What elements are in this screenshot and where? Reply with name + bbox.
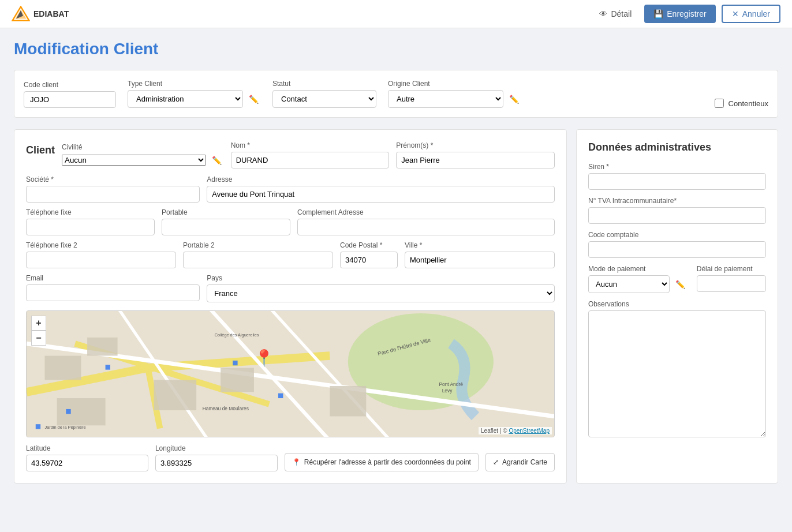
code-client-input[interactable] [24,91,116,108]
civilite-with-btn: Aucun M. Mme Dr ✏️ [62,153,224,167]
recup-adresse-button[interactable]: 📍 Récupérer l'adresse à partir des coord… [285,453,479,471]
complement-adresse-label: Complement Adresse [297,208,555,216]
nom-field: Nom * [231,141,390,168]
telephone-fixe2-input[interactable] [26,252,176,268]
complement-adresse-field: Complement Adresse [297,208,555,235]
svg-rect-21 [66,409,70,414]
svg-rect-20 [233,361,237,365]
ville-input[interactable] [405,252,555,268]
code-client-group: Code client [24,81,116,108]
delai-paiement-field: Délai de paiement [697,265,766,292]
admin-card: Données administratives Siren * N° TVA I… [576,129,778,484]
delai-paiement-label: Délai de paiement [697,265,766,273]
logo-icon [12,6,30,22]
svg-text:Jardin de la Pépinière: Jardin de la Pépinière [45,425,86,430]
ville-label: Ville * [405,241,555,249]
map-zoom-out-button[interactable]: − [31,331,46,346]
delai-paiement-input[interactable] [697,275,766,292]
agrandir-carte-button[interactable]: ⤢ Agrandir Carte [485,453,555,471]
adresse-field: Adresse [207,175,555,203]
statut-group: Statut Contact Prospect Client Inactif [272,80,376,108]
siren-input[interactable] [588,173,766,190]
origine-client-group: Origine Client Autre Bouche à oreille In… [388,80,521,108]
client-card-title: Client [26,144,55,156]
telephone-fixe2-label: Téléphone fixe 2 [26,241,176,249]
svg-rect-13 [45,355,81,380]
detail-button[interactable]: 👁 Détail [592,6,638,22]
statut-label: Statut [272,80,376,88]
main-content: Modification Client Code client Type Cli… [0,28,792,495]
type-client-label: Type Client [128,80,261,88]
email-label: Email [26,274,200,282]
code-comptable-input[interactable] [588,241,766,258]
email-pays-row: Email Pays France Belgique Suisse Espagn… [26,274,555,302]
observations-textarea[interactable] [588,310,766,437]
mode-paiement-edit-button[interactable]: ✏️ [673,278,688,291]
x-icon: ✕ [732,9,739,18]
statut-select[interactable]: Contact Prospect Client Inactif [272,90,376,108]
openstreetmap-link[interactable]: OpenStreetMap [509,428,550,434]
adresse-label: Adresse [207,175,555,183]
code-postal-label: Code Postal * [340,241,398,249]
complement-adresse-input[interactable] [297,219,555,235]
mode-paiement-select[interactable]: Aucun Virement Chèque Carte bancaire [588,275,670,293]
nom-input[interactable] [231,152,390,168]
telephone-fixe-label: Téléphone fixe [26,208,155,216]
pays-select[interactable]: France Belgique Suisse Espagne Italie [207,284,555,302]
adresse-input[interactable] [207,186,555,203]
longitude-input[interactable] [155,455,278,471]
prenom-input[interactable] [396,152,555,168]
admin-card-title: Données administratives [588,141,766,153]
portable-input[interactable] [162,219,290,235]
svg-text:Pont André: Pont André [439,381,463,387]
type-client-edit-button[interactable]: ✏️ [246,92,261,106]
location-icon: 📍 [292,458,301,466]
civilite-field-group: Civilité Aucun M. Mme Dr ✏️ [62,143,224,167]
paiement-section: Mode de paiement Aucun Virement Chèque C… [588,265,766,293]
contentieux-group: Contentieux [715,99,768,108]
civilite-select[interactable]: Aucun M. Mme Dr [62,155,206,166]
contentieux-checkbox[interactable] [715,99,724,108]
nom-label: Nom * [231,141,390,149]
telephone-fixe-field: Téléphone fixe [26,208,155,235]
societe-input[interactable] [26,186,200,203]
map-attribution: Leaflet | © OpenStreetMap [479,427,552,434]
ville-field: Ville * [405,241,555,268]
portable-label: Portable [162,208,290,216]
cancel-button[interactable]: ✕ Annuler [722,5,780,23]
expand-icon: ⤢ [493,458,499,466]
tel-complement-row: Téléphone fixe Portable Complement Adres… [26,208,555,235]
svg-rect-16 [154,380,197,411]
map-zoom-in-button[interactable]: + [31,316,46,331]
origine-client-edit-button[interactable]: ✏️ [507,92,521,106]
svg-text:Levy: Levy [442,388,453,394]
client-card: Client Civilité Aucun M. Mme Dr ✏️ [14,129,567,484]
portable2-field: Portable 2 [183,241,333,268]
mode-paiement-field: Mode de paiement Aucun Virement Chèque C… [588,265,688,293]
main-two-col: Client Civilité Aucun M. Mme Dr ✏️ [14,129,778,484]
portable2-label: Portable 2 [183,241,333,249]
email-input[interactable] [26,284,200,301]
logo: EDIABAT [12,6,69,22]
tva-input[interactable] [588,207,766,224]
latitude-input[interactable] [26,455,148,471]
prenom-label: Prénom(s) * [396,141,555,149]
portable2-input[interactable] [183,252,333,268]
svg-text:Hameau de Moulares: Hameau de Moulares [203,406,249,411]
code-postal-input[interactable] [340,252,398,268]
tva-label: N° TVA Intracommunautaire* [588,197,766,205]
telephone-fixe-input[interactable] [26,219,155,235]
map-placeholder: Parc de l'Hôtel de Ville Pont André Levy… [27,311,554,437]
latitude-label: Latitude [26,444,148,452]
svg-rect-19 [106,365,110,369]
observations-label: Observations [588,300,766,308]
societe-adresse-row: Société * Adresse [26,175,555,203]
mode-paiement-label: Mode de paiement [588,265,688,273]
origine-client-select[interactable]: Autre Bouche à oreille Internet Publicit… [388,90,503,108]
save-button[interactable]: 💾 Enregistrer [644,5,715,23]
map-container[interactable]: Parc de l'Hôtel de Ville Pont André Levy… [26,310,555,437]
page-title: Modification Client [14,40,778,58]
civilite-edit-button[interactable]: ✏️ [210,153,224,167]
type-client-select[interactable]: Administration Particulier Entreprise Au… [128,90,243,108]
svg-rect-22 [278,394,283,398]
